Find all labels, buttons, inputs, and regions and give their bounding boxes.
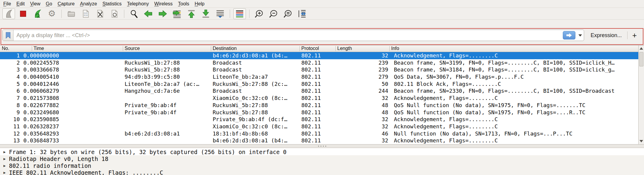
column-resize-handle[interactable] xyxy=(335,46,336,51)
menu-item-wireless[interactable]: Wireless xyxy=(152,1,175,7)
close-file-button[interactable] xyxy=(94,8,106,19)
packet-row[interactable]: 9 0.023249680 Private_9b:ab:4f RuckusWi_… xyxy=(0,109,638,116)
column-resize-handle[interactable] xyxy=(32,46,32,51)
cell-no: 9 xyxy=(0,109,20,116)
scrollbar-thumb[interactable] xyxy=(639,52,643,66)
packet-row[interactable]: 2 0.002245578 RuckusWi_1b:27:88 Broadcas… xyxy=(0,59,638,66)
stop-capture-icon xyxy=(19,9,28,18)
scrollbar-track[interactable] xyxy=(639,51,644,138)
column-header-info[interactable]: Info xyxy=(391,46,399,51)
expander-triangle-icon[interactable]: ▶ xyxy=(0,171,9,175)
filter-history-dropdown[interactable] xyxy=(577,30,584,41)
colorize-packets-button[interactable] xyxy=(233,8,246,19)
column-header-destination[interactable]: Destination xyxy=(213,46,237,51)
zoom-in-button[interactable] xyxy=(253,8,265,19)
open-file-folder-icon xyxy=(67,9,76,18)
menu-item-capture[interactable]: Capture xyxy=(55,1,77,7)
cell-protocol: 802.11 xyxy=(301,66,334,73)
column-header-protocol[interactable]: Protocol xyxy=(301,46,319,51)
resize-columns-button[interactable] xyxy=(296,8,309,19)
packet-rows: 1 0.000000000 b4:e6:2d:d3:08:a1 (b4:… 80… xyxy=(0,52,638,144)
zoom-out-button[interactable] xyxy=(267,8,280,19)
scroll-up-button[interactable] xyxy=(639,45,644,51)
restart-capture-button[interactable] xyxy=(31,8,44,19)
packet-row[interactable]: 5 0.004012446 LiteonTe_bb:2a:a7 (ac:… Ru… xyxy=(0,80,638,88)
column-resize-handle[interactable] xyxy=(211,46,211,51)
cell-info: Beacon frame, SN=3199, FN=0, Flags=.....… xyxy=(394,59,637,66)
expander-triangle-icon[interactable]: ▶ xyxy=(0,157,9,161)
menu-item-analyze[interactable]: Analyze xyxy=(77,1,100,7)
menu-item-statistics[interactable]: Statistics xyxy=(100,1,124,7)
go-last-packet-button[interactable] xyxy=(199,8,212,19)
zoom-100-button[interactable] xyxy=(282,8,294,19)
column-header-length[interactable]: Length xyxy=(337,46,352,51)
cell-no: 10 xyxy=(0,116,20,123)
packet-row[interactable]: 3 0.003366678 RuckusWi_5b:27:88 Broadcas… xyxy=(0,66,638,73)
find-packet-button[interactable] xyxy=(128,8,140,19)
menu-item-view[interactable]: View xyxy=(27,1,43,7)
cell-source: Private_9b:ab:4f xyxy=(125,109,210,116)
menu-item-go[interactable]: Go xyxy=(43,1,55,7)
packet-row[interactable]: 7 0.021573808 XiaomiCo_0c:32:c0 (8c:… 80… xyxy=(0,95,638,102)
go-last-packet-icon xyxy=(201,9,211,18)
packet-row[interactable]: 10 0.023590885 Private_9b:ab:4f (dc:f… 8… xyxy=(0,116,638,123)
menu-item-file[interactable]: File xyxy=(1,1,14,7)
menu-bar: FileEditViewGoCaptureAnalyzeStatisticsTe… xyxy=(0,0,644,8)
cell-time: 0.003366678 xyxy=(23,66,119,73)
splitter-grip-icon xyxy=(318,146,319,147)
cell-destination: XiaomiCo_0c:32:c0 (8c:… xyxy=(213,123,298,130)
add-filter-button[interactable]: + xyxy=(628,31,642,39)
menu-item-telephony[interactable]: Telephony xyxy=(124,1,152,7)
cell-length: 239 xyxy=(353,66,388,73)
column-header-source[interactable]: Source xyxy=(125,46,140,51)
expression-button[interactable]: Expression... xyxy=(584,32,627,39)
start-capture-fin-icon xyxy=(4,9,13,18)
detail-tree-row[interactable]: ▶ Radiotap Header v0, Length 18 xyxy=(0,155,644,162)
packet-row[interactable]: 12 0.035648293 b4:e6:2d:d3:08:a1 18:31:b… xyxy=(0,130,638,137)
expander-triangle-icon[interactable]: ▶ xyxy=(0,150,9,154)
capture-options-button[interactable]: ⚙ xyxy=(46,8,58,19)
packet-row[interactable]: 6 0.006068279 Hangzhou_cd:7a:6e Broadcas… xyxy=(0,87,638,95)
packet-row[interactable]: 13 0.036848733 b4:e6:2d:d3:08:a1 (b4:… 8… xyxy=(0,137,638,144)
column-header-time[interactable]: Time xyxy=(34,46,44,51)
cell-no: 1 xyxy=(0,52,20,59)
scroll-down-button[interactable] xyxy=(639,138,644,144)
svg-text:0101: 0101 xyxy=(84,12,88,14)
go-back-button[interactable] xyxy=(142,8,155,19)
stop-capture-button[interactable] xyxy=(17,8,29,19)
filter-bookmark-button[interactable] xyxy=(3,30,13,41)
packet-row[interactable]: 8 0.022677882 Private_9b:ab:4f RuckusWi_… xyxy=(0,102,638,109)
open-file-button[interactable] xyxy=(65,8,78,19)
auto-scroll-button[interactable] xyxy=(214,8,226,19)
cell-no: 3 xyxy=(0,66,20,73)
go-forward-button[interactable] xyxy=(156,8,169,19)
save-file-button[interactable]: 0101 0110 xyxy=(79,8,92,19)
apply-filter-button[interactable] xyxy=(563,31,575,39)
expander-triangle-icon[interactable]: ▶ xyxy=(0,164,9,168)
menu-item-help[interactable]: Help xyxy=(192,1,207,7)
detail-tree-row[interactable]: ▶ Frame 1: 32 bytes on wire (256 bits), … xyxy=(0,148,644,155)
packet-row[interactable]: 11 0.026328237 XiaomiCo_0c:32:c0 (8c:… 8… xyxy=(0,123,638,130)
column-resize-handle[interactable] xyxy=(389,46,390,51)
go-first-packet-button[interactable] xyxy=(185,8,198,19)
column-resize-handle[interactable] xyxy=(123,46,123,51)
menu-item-edit[interactable]: Edit xyxy=(14,1,28,7)
cell-protocol: 802.11 xyxy=(301,123,334,130)
zoom-100-icon xyxy=(283,9,293,18)
cell-protocol: 802.11 xyxy=(301,109,334,116)
pane-splitter[interactable] xyxy=(0,144,644,148)
cell-destination: Broadcast xyxy=(213,66,298,73)
column-header-no[interactable]: No. xyxy=(2,46,9,51)
packet-row[interactable]: 4 0.004005410 94:d9:b3:99:c5:80 LiteonTe… xyxy=(0,73,638,80)
detail-tree-row[interactable]: ▶ IEEE 802.11 Acknowledgement, Flags: ..… xyxy=(0,169,644,175)
packet-list-pane: No. Time Source Destination Protocol Len… xyxy=(0,45,644,144)
start-capture-button[interactable] xyxy=(2,8,15,19)
go-to-packet-button[interactable] xyxy=(171,8,183,19)
menu-item-tools[interactable]: Tools xyxy=(175,1,192,7)
detail-tree-row[interactable]: ▶ 802.11 radio information xyxy=(0,162,644,169)
column-resize-handle[interactable] xyxy=(300,46,300,51)
display-filter-input[interactable] xyxy=(13,30,563,41)
reload-file-button[interactable] xyxy=(108,8,121,19)
cell-time: 0.023590885 xyxy=(23,116,119,123)
packet-row[interactable]: 1 0.000000000 b4:e6:2d:d3:08:a1 (b4:… 80… xyxy=(0,52,638,59)
